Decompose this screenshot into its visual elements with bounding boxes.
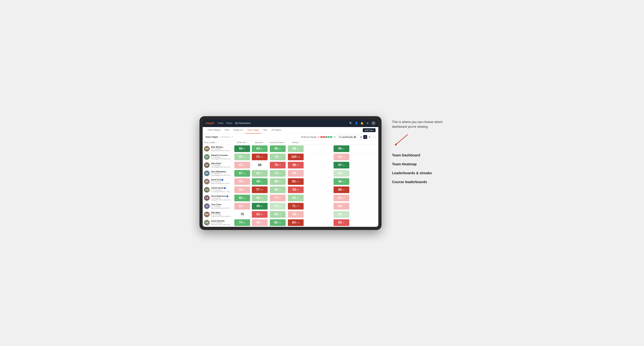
player-cell[interactable]: CQ Charlie Quick✓ 6-10 Handicap St. Geor… [203,185,234,194]
score-box: 80 1▲ [270,186,286,193]
score-value: 77 [256,188,260,191]
score-cell-putting: 96 3▲ [304,177,378,185]
score-change: 3▼ [278,197,281,199]
table-row: CQ Charlie Quick✓ 6-10 Handicap St. Geor… [203,185,378,194]
sub-nav-tabs: PGAT Players PGA Hcaps 1-5 Team Clippd T… [206,127,284,134]
menu-item-team-heatmap[interactable]: Team Heatmap [392,160,444,169]
score-box: 77 3▼ [270,195,286,201]
score-box: 79 9▲ [270,154,286,160]
score-cell-putting: 92 3▼ [304,153,378,161]
score-value: 61 [256,212,260,216]
player-cell[interactable]: MM Matt Miller 6-10 Handicap Woburn Golf… [203,210,234,218]
menu-list: Team Dashboard Team Heatmap Leaderboards… [392,151,444,186]
score-value: 73 [256,155,260,159]
add-team-button[interactable]: Add Team [363,128,376,132]
sub-nav: PGAT Players PGA Hcaps 1-5 Team Clippd T… [203,127,378,134]
score-box: 73 11▼ [252,154,268,160]
player-name: Dave Billingham [211,171,232,173]
sort-arrow-player: ▼ [216,142,217,143]
player-cell[interactable]: JC Josh Coles 1-5 Handicap Royal North D… [203,202,234,210]
player-cell[interactable]: CR Chris Robertson✓ 1-5 Handicap Craigmi… [203,194,234,202]
nav-links: Home Teams My Performance [218,121,346,125]
score-box: 83 6▼ [288,186,304,193]
settings-icon[interactable]: ⚙ [366,121,369,125]
player-cell[interactable]: EE Elliot Ebert 1-5 Handicap Sunningdale… [203,161,234,169]
score-box: 84 21▲ [288,219,304,226]
score-box: 81 4▲ [288,195,304,201]
team-header: Team Clippd | 14 Players ✏ 20 Round Chan… [203,134,378,141]
score-value: 94 [338,212,342,216]
nav-link-teams[interactable]: Teams [226,121,232,125]
table-header: Player Quality ▼ Off the Tee ▼ Approach … [203,141,378,145]
score-cell-around_green: 84 21▲ [287,218,304,227]
nav-link-performance[interactable]: My Performance [235,121,250,125]
player-handicap: 6-10 Handicap [211,214,232,215]
bar-green-3 [330,136,332,138]
profile-icon[interactable]: 👤 [354,121,358,125]
tab-team-clippd[interactable]: Team Clippd [245,127,261,134]
avatar[interactable]: U [371,121,376,125]
col-header-off-tee[interactable]: Off the Tee ▼ [234,141,251,145]
grid-view-button[interactable]: ■ [359,135,363,139]
menu-item-course-leaderboards[interactable]: Course leaderboards [392,177,444,186]
score-box: 82 3▲ [234,195,250,201]
player-cell[interactable]: EC Edward Crossman 1-5 Handicap Sunningd… [203,153,234,161]
score-cell-off_tee: 95 8▲ [251,202,268,210]
player-cell[interactable]: BM Blair McHarg Plus Handicap Royal Nort… [203,145,234,153]
col-header-putting[interactable]: Putting ▼ [287,141,304,145]
table-row: BM Blair McHarg Plus Handicap Royal Nort… [203,145,378,153]
plus-value: +5 [334,136,336,138]
annotation-arrow [392,133,413,147]
score-change: 3▲ [278,181,281,182]
score-change: 8▲ [260,205,263,207]
player-name: Chris Robertson✓ [211,195,232,197]
score-change: 6▼ [296,164,299,166]
score-cell-approach: 80 3▲ [268,177,287,185]
list-view-button[interactable]: ☰ [368,135,371,139]
player-avatar: JC [204,203,210,209]
score-box: 75 [234,211,250,218]
tab-all-players[interactable]: All Players [269,127,284,134]
score-box: 85 3▼ [288,170,304,177]
last-rounds-button[interactable]: 🗒 Last Rounds: 20 [338,135,357,139]
player-avatar: CR [204,195,210,201]
player-cell[interactable]: AN Aaron Nicholls 11-15 Handicap Drift G… [203,218,234,227]
bell-icon[interactable]: 🔔 [360,121,364,125]
player-cell[interactable]: DF David Ford✓ Plus Handicap Royal North… [203,177,234,185]
score-box: 89 7▲ [252,178,268,185]
search-icon[interactable]: 🔍 [349,121,352,125]
tab-hcaps[interactable]: Hcaps 1-5 [231,127,245,134]
player-handicap: 1-5 Handicap [211,197,232,199]
menu-item-team-dashboard[interactable]: Team Dashboard [392,151,444,160]
nav-link-home[interactable]: Home [218,121,223,125]
player-cell[interactable]: DB Dave Billingham 1-5 Handicap Gog Mago… [203,169,234,177]
col-header-player[interactable]: Player Quality ▼ [203,141,234,145]
score-box: 77 14▼ [252,186,268,193]
score-box: 94 1▲ [334,170,349,177]
score-box: 75 2▲ [270,203,286,209]
player-handicap: 6-10 Handicap [211,189,232,191]
score-cell-quality: 81 3▼ [234,202,251,210]
score-change: 4▲ [278,213,281,215]
edit-icon[interactable]: ✏ [232,136,233,138]
score-box: 81 3▼ [234,203,250,209]
player-avatar: AN [204,220,210,225]
col-header-approach[interactable]: Approach ▼ [251,141,268,145]
tab-pga[interactable]: PGA [223,127,231,134]
score-cell-around_green: 88 1▼ [287,145,304,153]
tab-tour[interactable]: Tour [261,127,269,134]
score-box: 96 3▲ [334,178,349,185]
score-cell-quality: 93 9▲ [234,145,251,153]
table-row: DB Dave Billingham 1-5 Handicap Gog Mago… [203,169,378,177]
tab-pgat[interactable]: PGAT Players [206,127,223,134]
player-handicap: 11-15 Handicap [211,222,232,224]
col-header-around-green[interactable]: Around the Green ▼ [268,141,287,145]
score-box: 75 3▼ [270,162,286,169]
table-view-button[interactable]: ☷ [363,135,367,139]
menu-item-leaderboards[interactable]: Leaderboards & streaks [392,169,444,177]
score-cell-around_green: 83 6▼ [287,185,304,194]
annotation-text: This is where you can choose which dashb… [392,120,444,129]
score-value: 82 [256,172,260,175]
download-button[interactable]: ↓ [372,135,376,139]
player-club: Sunningdale Golf Club, United Kingdom [211,158,232,160]
